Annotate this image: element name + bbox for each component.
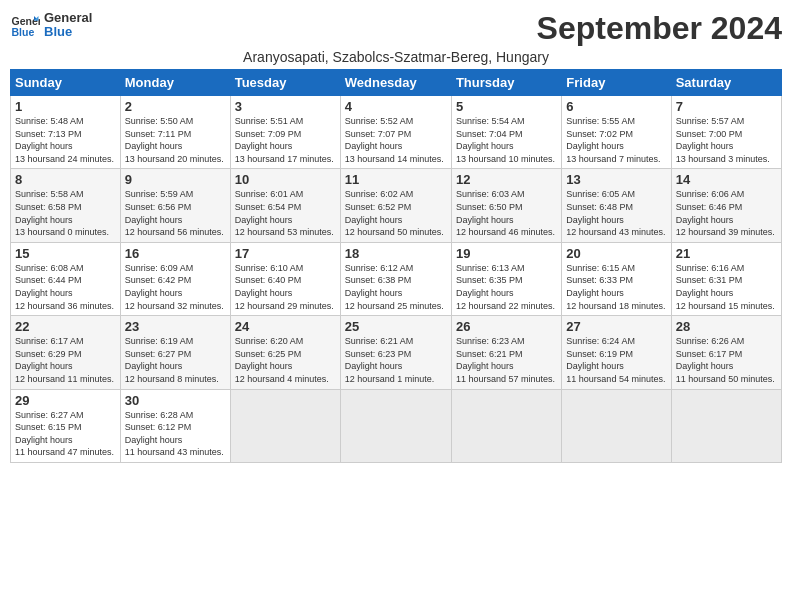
- calendar-cell: 15Sunrise: 6:08 AMSunset: 6:44 PMDayligh…: [11, 242, 121, 315]
- logo: General Blue General Blue: [10, 10, 92, 40]
- day-info: Sunrise: 5:51 AMSunset: 7:09 PMDaylight …: [235, 115, 336, 165]
- calendar-cell: 17Sunrise: 6:10 AMSunset: 6:40 PMDayligh…: [230, 242, 340, 315]
- calendar-cell: 25Sunrise: 6:21 AMSunset: 6:23 PMDayligh…: [340, 316, 451, 389]
- calendar-cell: 14Sunrise: 6:06 AMSunset: 6:46 PMDayligh…: [671, 169, 781, 242]
- day-info: Sunrise: 6:20 AMSunset: 6:25 PMDaylight …: [235, 335, 336, 385]
- day-info: Sunrise: 6:13 AMSunset: 6:35 PMDaylight …: [456, 262, 557, 312]
- day-info: Sunrise: 6:05 AMSunset: 6:48 PMDaylight …: [566, 188, 666, 238]
- calendar-cell: [562, 389, 671, 462]
- col-thursday: Thursday: [451, 70, 561, 96]
- day-number: 16: [125, 246, 226, 261]
- day-number: 1: [15, 99, 116, 114]
- calendar-cell: 18Sunrise: 6:12 AMSunset: 6:38 PMDayligh…: [340, 242, 451, 315]
- day-number: 4: [345, 99, 447, 114]
- calendar-cell: 9Sunrise: 5:59 AMSunset: 6:56 PMDaylight…: [120, 169, 230, 242]
- day-number: 3: [235, 99, 336, 114]
- calendar-cell: 3Sunrise: 5:51 AMSunset: 7:09 PMDaylight…: [230, 96, 340, 169]
- day-number: 28: [676, 319, 777, 334]
- col-tuesday: Tuesday: [230, 70, 340, 96]
- calendar-cell: 10Sunrise: 6:01 AMSunset: 6:54 PMDayligh…: [230, 169, 340, 242]
- calendar-cell: [340, 389, 451, 462]
- day-info: Sunrise: 6:06 AMSunset: 6:46 PMDaylight …: [676, 188, 777, 238]
- day-info: Sunrise: 6:02 AMSunset: 6:52 PMDaylight …: [345, 188, 447, 238]
- calendar-cell: 5Sunrise: 5:54 AMSunset: 7:04 PMDaylight…: [451, 96, 561, 169]
- day-number: 21: [676, 246, 777, 261]
- day-number: 27: [566, 319, 666, 334]
- day-info: Sunrise: 5:52 AMSunset: 7:07 PMDaylight …: [345, 115, 447, 165]
- page-container: General Blue General Blue September 2024…: [10, 10, 782, 463]
- day-info: Sunrise: 6:28 AMSunset: 6:12 PMDaylight …: [125, 409, 226, 459]
- calendar-cell: 26Sunrise: 6:23 AMSunset: 6:21 PMDayligh…: [451, 316, 561, 389]
- day-info: Sunrise: 5:59 AMSunset: 6:56 PMDaylight …: [125, 188, 226, 238]
- calendar-cell: 19Sunrise: 6:13 AMSunset: 6:35 PMDayligh…: [451, 242, 561, 315]
- day-number: 29: [15, 393, 116, 408]
- day-number: 30: [125, 393, 226, 408]
- day-number: 5: [456, 99, 557, 114]
- logo-text: General Blue: [44, 11, 92, 40]
- day-info: Sunrise: 5:50 AMSunset: 7:11 PMDaylight …: [125, 115, 226, 165]
- title-section: September 2024: [537, 10, 782, 47]
- day-number: 24: [235, 319, 336, 334]
- calendar-cell: 22Sunrise: 6:17 AMSunset: 6:29 PMDayligh…: [11, 316, 121, 389]
- calendar-cell: 20Sunrise: 6:15 AMSunset: 6:33 PMDayligh…: [562, 242, 671, 315]
- day-info: Sunrise: 6:24 AMSunset: 6:19 PMDaylight …: [566, 335, 666, 385]
- day-info: Sunrise: 6:16 AMSunset: 6:31 PMDaylight …: [676, 262, 777, 312]
- calendar-cell: 11Sunrise: 6:02 AMSunset: 6:52 PMDayligh…: [340, 169, 451, 242]
- day-info: Sunrise: 5:58 AMSunset: 6:58 PMDaylight …: [15, 188, 116, 238]
- day-info: Sunrise: 5:55 AMSunset: 7:02 PMDaylight …: [566, 115, 666, 165]
- calendar-cell: 24Sunrise: 6:20 AMSunset: 6:25 PMDayligh…: [230, 316, 340, 389]
- day-info: Sunrise: 6:12 AMSunset: 6:38 PMDaylight …: [345, 262, 447, 312]
- calendar-cell: 28Sunrise: 6:26 AMSunset: 6:17 PMDayligh…: [671, 316, 781, 389]
- calendar-cell: 27Sunrise: 6:24 AMSunset: 6:19 PMDayligh…: [562, 316, 671, 389]
- day-info: Sunrise: 6:21 AMSunset: 6:23 PMDaylight …: [345, 335, 447, 385]
- day-info: Sunrise: 6:03 AMSunset: 6:50 PMDaylight …: [456, 188, 557, 238]
- calendar-week-row: 15Sunrise: 6:08 AMSunset: 6:44 PMDayligh…: [11, 242, 782, 315]
- calendar-cell: 30Sunrise: 6:28 AMSunset: 6:12 PMDayligh…: [120, 389, 230, 462]
- calendar-cell: 16Sunrise: 6:09 AMSunset: 6:42 PMDayligh…: [120, 242, 230, 315]
- calendar-header-row: Sunday Monday Tuesday Wednesday Thursday…: [11, 70, 782, 96]
- location: Aranyosapati, Szabolcs-Szatmar-Bereg, Hu…: [10, 49, 782, 65]
- col-sunday: Sunday: [11, 70, 121, 96]
- day-number: 23: [125, 319, 226, 334]
- day-info: Sunrise: 6:19 AMSunset: 6:27 PMDaylight …: [125, 335, 226, 385]
- day-info: Sunrise: 5:48 AMSunset: 7:13 PMDaylight …: [15, 115, 116, 165]
- month-title: September 2024: [537, 10, 782, 47]
- day-number: 14: [676, 172, 777, 187]
- col-wednesday: Wednesday: [340, 70, 451, 96]
- page-header: General Blue General Blue September 2024: [10, 10, 782, 47]
- day-info: Sunrise: 5:57 AMSunset: 7:00 PMDaylight …: [676, 115, 777, 165]
- col-saturday: Saturday: [671, 70, 781, 96]
- day-info: Sunrise: 5:54 AMSunset: 7:04 PMDaylight …: [456, 115, 557, 165]
- day-number: 17: [235, 246, 336, 261]
- day-info: Sunrise: 6:15 AMSunset: 6:33 PMDaylight …: [566, 262, 666, 312]
- day-number: 26: [456, 319, 557, 334]
- col-friday: Friday: [562, 70, 671, 96]
- calendar-cell: 13Sunrise: 6:05 AMSunset: 6:48 PMDayligh…: [562, 169, 671, 242]
- calendar-table: Sunday Monday Tuesday Wednesday Thursday…: [10, 69, 782, 463]
- svg-text:Blue: Blue: [12, 26, 35, 38]
- day-info: Sunrise: 6:08 AMSunset: 6:44 PMDaylight …: [15, 262, 116, 312]
- day-number: 7: [676, 99, 777, 114]
- day-number: 18: [345, 246, 447, 261]
- day-number: 25: [345, 319, 447, 334]
- day-number: 15: [15, 246, 116, 261]
- calendar-cell: 8Sunrise: 5:58 AMSunset: 6:58 PMDaylight…: [11, 169, 121, 242]
- day-number: 20: [566, 246, 666, 261]
- day-info: Sunrise: 6:27 AMSunset: 6:15 PMDaylight …: [15, 409, 116, 459]
- calendar-cell: [671, 389, 781, 462]
- day-info: Sunrise: 6:17 AMSunset: 6:29 PMDaylight …: [15, 335, 116, 385]
- calendar-cell: [451, 389, 561, 462]
- calendar-cell: 6Sunrise: 5:55 AMSunset: 7:02 PMDaylight…: [562, 96, 671, 169]
- calendar-cell: 2Sunrise: 5:50 AMSunset: 7:11 PMDaylight…: [120, 96, 230, 169]
- day-number: 6: [566, 99, 666, 114]
- day-info: Sunrise: 6:26 AMSunset: 6:17 PMDaylight …: [676, 335, 777, 385]
- day-number: 19: [456, 246, 557, 261]
- calendar-cell: 12Sunrise: 6:03 AMSunset: 6:50 PMDayligh…: [451, 169, 561, 242]
- day-info: Sunrise: 6:09 AMSunset: 6:42 PMDaylight …: [125, 262, 226, 312]
- calendar-cell: 4Sunrise: 5:52 AMSunset: 7:07 PMDaylight…: [340, 96, 451, 169]
- day-number: 13: [566, 172, 666, 187]
- calendar-cell: 1Sunrise: 5:48 AMSunset: 7:13 PMDaylight…: [11, 96, 121, 169]
- calendar-cell: 21Sunrise: 6:16 AMSunset: 6:31 PMDayligh…: [671, 242, 781, 315]
- calendar-cell: [230, 389, 340, 462]
- day-number: 11: [345, 172, 447, 187]
